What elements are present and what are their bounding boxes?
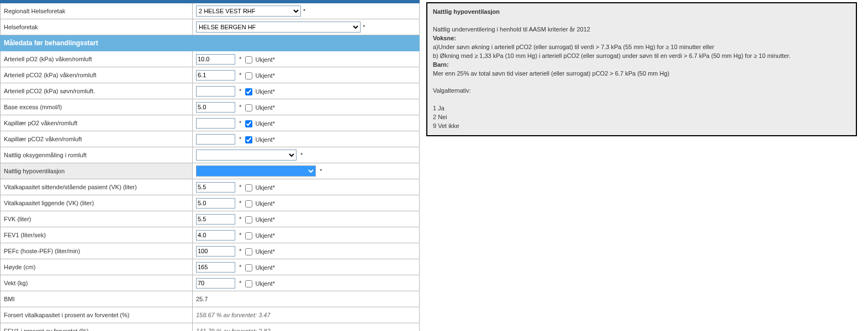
po2-input[interactable] <box>196 54 235 65</box>
be-input[interactable] <box>196 102 235 113</box>
pco2-vaken-input[interactable] <box>196 70 235 81</box>
row-vekt: Vekt (kg) * Ukjent* <box>1 275 420 291</box>
vk-sitt-ukjent-checkbox[interactable] <box>245 184 252 191</box>
help-valgalt: Valgalternativ: <box>433 87 471 94</box>
row-kap-pco2: Kapillær pCO2 våken/romluft * Ukjent* <box>1 131 420 147</box>
vekt-input[interactable] <box>196 278 235 289</box>
help-voksne-h: Voksne: <box>433 35 456 41</box>
row-fvk: FVK (liter) * Ukjent* <box>1 211 420 227</box>
nat-oksy-select[interactable] <box>196 150 297 161</box>
row-be: Base excess (mmol/l) * Ukjent* <box>1 99 420 115</box>
help-opt9: 9 Vet ikke <box>433 122 459 129</box>
fev1-input[interactable] <box>196 230 235 241</box>
helseforetak-label: Helseforetak <box>1 19 193 35</box>
row-pefc: PEFc (hoste-PEF) (liter/min) * Ukjent* <box>1 243 420 259</box>
hoyde-input[interactable] <box>196 262 235 273</box>
help-barn-txt: Mer enn 25% av total søvn tid viser arte… <box>433 70 669 77</box>
row-vk-ligg: Vitalkapasitet liggende (VK) (liter) * U… <box>1 195 420 211</box>
row-hoyde: Høyde (cm) * Ukjent* <box>1 259 420 275</box>
help-opt2: 2 Nei <box>433 114 447 120</box>
row-fev1-pct: FEV1 i prosent av forventet (%) 141.79 %… <box>1 323 420 332</box>
pefc-ukjent-checkbox[interactable] <box>245 248 252 255</box>
fev1-ukjent-checkbox[interactable] <box>245 232 252 239</box>
help-intro: Nattlig underventilering i henhold til A… <box>433 26 590 33</box>
pco2-sovn-input[interactable] <box>196 86 235 97</box>
po2-ukjent-checkbox[interactable] <box>245 56 252 63</box>
vekt-ukjent-checkbox[interactable] <box>245 280 252 287</box>
row-pco2-sovn: Arteriell pCO2 (kPa) søvn/romluft. * Ukj… <box>1 83 420 99</box>
kap-pco2-input[interactable] <box>196 134 235 145</box>
form-table: Regionalt Helseforetak 2 HELSE VEST RHF … <box>0 0 420 331</box>
help-panel: Nattlig hypoventilasjon Nattlig underven… <box>426 2 857 136</box>
row-helseforetak: Helseforetak HELSE BERGEN HF * <box>1 19 420 35</box>
kap-pco2-ukjent-checkbox[interactable] <box>245 136 252 143</box>
helseforetak-select[interactable]: HELSE BERGEN HF <box>196 22 361 33</box>
vk-ligg-ukjent-checkbox[interactable] <box>245 200 252 207</box>
pefc-input[interactable] <box>196 246 235 257</box>
row-po2: Arteriell pO2 (kPa) våken/romluft * Ukje… <box>1 51 420 67</box>
hoyde-ukjent-checkbox[interactable] <box>245 264 252 271</box>
row-nat-hypo: Nattlig hypoventilasjon * <box>1 163 420 179</box>
fev1-pct-value: 141.79 % av forventet: 2.82 <box>196 328 271 331</box>
kap-po2-ukjent-checkbox[interactable] <box>245 120 252 127</box>
pco2-vaken-ukjent-checkbox[interactable] <box>245 72 252 79</box>
row-vk-sitt: Vitalkapasitet sittende/stående pasient … <box>1 179 420 195</box>
help-voksne-a: a)Under søvn økning i arteriell pCO2 (el… <box>433 44 714 50</box>
row-fvk-pct: Forsert vitalkapasitet i prosent av forv… <box>1 307 420 323</box>
section-header: Måledata før behandlingsstart <box>1 35 420 51</box>
fvk-ukjent-checkbox[interactable] <box>245 216 252 223</box>
vk-ligg-input[interactable] <box>196 198 235 209</box>
vk-sitt-input[interactable] <box>196 182 235 193</box>
help-voksne-b: b) Økning med ≥ 1,33 kPa (10 mm Hg) i ar… <box>433 52 791 59</box>
regionalt-select[interactable]: 2 HELSE VEST RHF <box>196 6 301 17</box>
row-regionalt: Regionalt Helseforetak 2 HELSE VEST RHF … <box>1 3 420 19</box>
be-ukjent-checkbox[interactable] <box>245 104 252 111</box>
row-fev1: FEV1 (liter/sek) * Ukjent* <box>1 227 420 243</box>
bmi-value: 25.7 <box>193 291 420 307</box>
fvk-pct-value: 158.67 % av forventet: 3.47 <box>196 312 271 318</box>
nat-hypo-select[interactable] <box>196 166 316 177</box>
row-bmi: BMI 25.7 <box>1 291 420 307</box>
help-barn-h: Barn: <box>433 61 449 68</box>
row-kap-po2: Kapillær pO2 våken/romluft * Ukjent* <box>1 115 420 131</box>
pco2-sovn-ukjent-checkbox[interactable] <box>245 88 252 95</box>
row-pco2-vaken: Arteriell pCO2 (kPa) våken/romluft * Ukj… <box>1 67 420 83</box>
kap-po2-input[interactable] <box>196 118 235 129</box>
help-title: Nattlig hypoventilasjon <box>433 8 500 15</box>
help-opt1: 1 Ja <box>433 105 444 111</box>
row-nat-oksy: Nattlig oksygenmåling i romluft * <box>1 147 420 163</box>
fvk-input[interactable] <box>196 214 235 225</box>
regionalt-label: Regionalt Helseforetak <box>1 3 193 19</box>
